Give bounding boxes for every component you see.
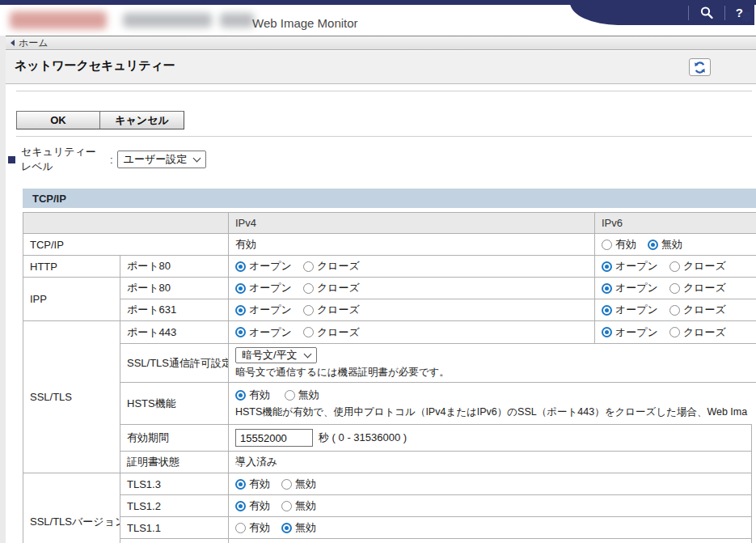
- ipp-port80-ipv6-cell: オープン クローズ: [594, 277, 756, 299]
- ssl-comm-permit-label: SSL/TLS通信許可設定: [120, 343, 228, 382]
- refresh-button[interactable]: [689, 58, 711, 76]
- tls13-enabled-radio[interactable]: 有効: [235, 477, 270, 491]
- radio-off-icon[interactable]: [281, 501, 292, 511]
- row-label-http: HTTP: [23, 255, 120, 277]
- tls12-enabled-radio[interactable]: 有効: [235, 498, 270, 513]
- tcpip-ipv6-enabled-radio[interactable]: 有効: [602, 237, 636, 252]
- radio-off-icon[interactable]: [281, 479, 292, 490]
- security-level-label: セキュリティーレベル: [21, 145, 103, 174]
- ipp631-ipv4-open-radio[interactable]: オープン: [235, 303, 292, 317]
- ipp80-ipv6-open-radio[interactable]: オープン: [602, 281, 658, 295]
- filler-cell: [752, 424, 756, 451]
- radio-off-icon[interactable]: [602, 240, 612, 250]
- radio-on-icon[interactable]: [602, 261, 612, 272]
- section-title: TCP/IP: [32, 193, 66, 205]
- ipp631-ipv4-close-radio[interactable]: クローズ: [303, 303, 360, 317]
- action-buttons: OK キャンセル: [16, 111, 184, 129]
- radio-on-icon[interactable]: [235, 390, 246, 401]
- radio-off-icon[interactable]: [303, 305, 314, 316]
- filler-cell: [752, 538, 756, 543]
- ipp80-ipv4-close-radio[interactable]: クローズ: [303, 281, 360, 295]
- valid-period-input[interactable]: [235, 429, 313, 447]
- http-ipv6-close-radio[interactable]: クローズ: [669, 259, 726, 274]
- ssl443-ipv4-close-radio[interactable]: クローズ: [303, 325, 360, 340]
- divider-line: [16, 91, 752, 91]
- ssl-port443-ipv6-cell: オープン クローズ: [594, 320, 756, 343]
- tls13-disabled-radio[interactable]: 無効: [281, 477, 316, 491]
- hsts-enabled-radio[interactable]: 有効: [235, 388, 270, 402]
- radio-off-icon[interactable]: [303, 327, 314, 337]
- radio-off-icon[interactable]: [235, 523, 246, 533]
- cert-status-value: 導入済み: [228, 451, 752, 473]
- hsts-disabled-radio[interactable]: 無効: [285, 388, 319, 402]
- search-icon[interactable]: [699, 6, 714, 20]
- ricoh-logo-redacted: [10, 11, 107, 29]
- radio-on-icon[interactable]: [235, 479, 246, 490]
- http-ipv4-close-radio[interactable]: クローズ: [303, 259, 360, 274]
- security-level-select[interactable]: ユーザー設定: [117, 151, 207, 168]
- tls11-enabled-radio[interactable]: 有効: [235, 520, 270, 535]
- radio-off-icon[interactable]: [303, 261, 314, 272]
- valid-period-cell: 秒 ( 0 - 31536000 ): [228, 424, 752, 451]
- hsts-cell: 有効 無効 HSTS機能が有効で、使用中プロトコル（IPv4またはIPv6）のS…: [228, 382, 756, 424]
- radio-off-icon[interactable]: [669, 261, 680, 272]
- page-title: ネットワークセキュリティー: [15, 58, 175, 74]
- radio-off-icon[interactable]: [669, 283, 680, 294]
- filler-cell: [752, 451, 756, 473]
- tcpip-ipv6-cell: 有効 無効: [594, 233, 756, 255]
- radio-on-icon[interactable]: [235, 327, 246, 337]
- ipp631-ipv6-open-radio[interactable]: オープン: [602, 303, 658, 317]
- cancel-button[interactable]: キャンセル: [99, 111, 184, 129]
- tls12-cell: 有効 無効: [228, 494, 752, 516]
- device-region-redacted: [220, 13, 254, 28]
- header-divider: [688, 6, 689, 20]
- radio-off-icon[interactable]: [669, 305, 680, 316]
- row-label-tcpip: TCP/IP: [23, 233, 228, 255]
- radio-on-icon[interactable]: [235, 261, 246, 272]
- valid-period-unit: 秒 ( 0 - 31536000 ): [319, 431, 407, 445]
- radio-on-icon[interactable]: [281, 523, 292, 533]
- tls11-label: TLS1.1: [120, 516, 228, 538]
- radio-off-icon[interactable]: [303, 283, 314, 294]
- row-label-ipp: IPP: [23, 277, 120, 320]
- ipp-port80-ipv4-cell: オープン クローズ: [228, 277, 594, 299]
- tls11-disabled-radio[interactable]: 無効: [281, 520, 316, 535]
- ipp631-ipv6-close-radio[interactable]: クローズ: [669, 303, 726, 317]
- ipp-port631-ipv4-cell: オープン クローズ: [228, 299, 594, 320]
- refresh-label[interactable]: 最: [741, 10, 752, 24]
- radio-on-icon[interactable]: [602, 283, 612, 294]
- tls12-disabled-radio[interactable]: 無効: [281, 498, 316, 513]
- radio-on-icon[interactable]: [235, 283, 246, 294]
- breadcrumb-home-link[interactable]: ホーム: [19, 36, 49, 50]
- hsts-label: HSTS機能: [120, 382, 228, 424]
- tcpip-ipv6-disabled-radio[interactable]: 無効: [648, 237, 682, 252]
- ipp80-ipv6-close-radio[interactable]: クローズ: [669, 281, 726, 295]
- ok-button[interactable]: OK: [16, 111, 100, 129]
- radio-on-icon[interactable]: [648, 240, 658, 250]
- clipped-row-cell: [228, 538, 752, 543]
- refresh-icon: [693, 61, 707, 74]
- colon-separator: :: [110, 154, 113, 166]
- radio-on-icon[interactable]: [235, 305, 246, 316]
- header-divider: [724, 6, 725, 20]
- ssl443-ipv6-close-radio[interactable]: クローズ: [669, 325, 726, 340]
- table-header-blank: [23, 212, 228, 233]
- filler-cell: [752, 494, 756, 516]
- ssl-comm-permit-value: 暗号文/平文: [242, 348, 298, 363]
- radio-on-icon[interactable]: [602, 305, 612, 316]
- ssl-comm-permit-cell: 暗号文/平文 暗号文で通信するには機器証明書が必要です。: [228, 343, 756, 382]
- radio-on-icon[interactable]: [235, 501, 246, 511]
- ipp80-ipv4-open-radio[interactable]: オープン: [235, 281, 292, 295]
- hsts-desc: HSTS機能が有効で、使用中プロトコル（IPv4またはIPv6）のSSL（ポート…: [235, 405, 747, 419]
- http-ipv6-open-radio[interactable]: オープン: [602, 259, 658, 274]
- ssl-port443-ipv4-cell: オープン クローズ: [228, 320, 594, 343]
- clipped-row-cell: [120, 538, 228, 543]
- filler-cell: [752, 516, 756, 538]
- ssl-comm-permit-select[interactable]: 暗号文/平文: [235, 347, 317, 363]
- ssl443-ipv4-open-radio[interactable]: オープン: [235, 325, 292, 340]
- ssl443-ipv6-open-radio[interactable]: オープン: [602, 325, 658, 340]
- radio-on-icon[interactable]: [602, 327, 612, 337]
- radio-off-icon[interactable]: [285, 390, 295, 401]
- radio-off-icon[interactable]: [669, 327, 680, 337]
- http-ipv4-open-radio[interactable]: オープン: [235, 259, 292, 274]
